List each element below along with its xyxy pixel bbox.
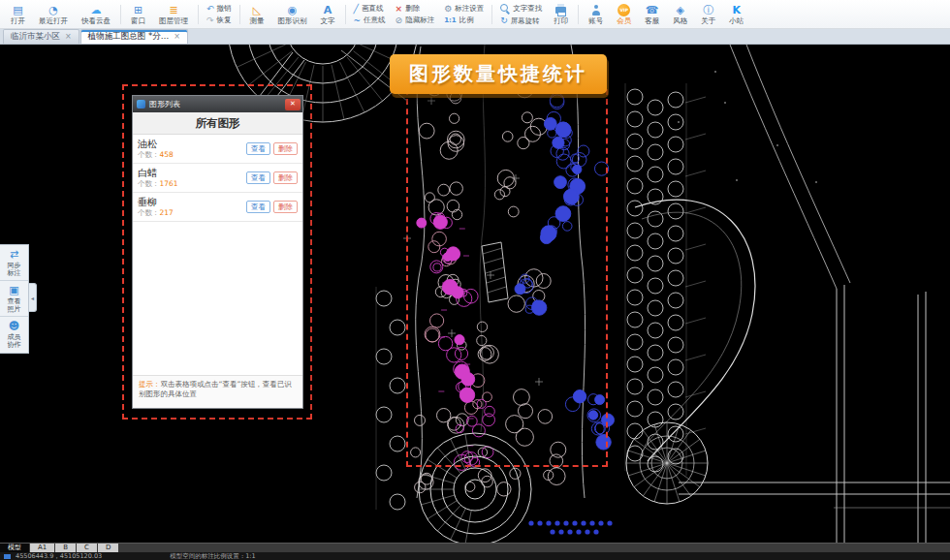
toolbar-item-about[interactable]: ⓘ关于 — [694, 1, 722, 28]
shape-count-label: 个数： — [138, 150, 160, 159]
shape-row[interactable]: 垂柳个数：217查看删除 — [133, 193, 302, 222]
toolbar-item-vip[interactable]: VIP会员 — [610, 1, 638, 28]
toolbar-icon-holder: ⓘ — [703, 4, 713, 16]
shape-count: 个数：217 — [138, 209, 246, 217]
toolbar-icon-holder: ≣ — [169, 4, 177, 16]
shape-row-info: 垂柳个数：217 — [138, 198, 246, 217]
shape-list-dialog: 图形列表 ✕ 所有图形 油松个数：458查看删除白蜡个数：1761查看删除垂柳个… — [132, 95, 303, 409]
document-tab[interactable]: 植物施工图总图 *分…× — [80, 29, 188, 44]
side-button-member-collaboration[interactable]: ☻成员协作 — [0, 317, 28, 353]
toolbar: ▤打开◔最近打开☁快看云盘⊞窗口≣图层管理↶撤销↷恢复◺测量◉图形识别A文字╱画… — [0, 0, 950, 29]
sheet-tab-B[interactable]: B — [55, 544, 76, 552]
toolbar-item-label: 快看云盘 — [81, 17, 111, 25]
hint-text: 双击表格项或点击“查看”按钮，查看已识别图形的具体位置 — [139, 380, 292, 398]
toolbar-item-style[interactable]: ◈风格 — [666, 1, 694, 28]
toolbar-separator — [198, 5, 199, 24]
side-button-label: 查看照片 — [7, 297, 22, 313]
toolbar-item-label: 最近打开 — [39, 17, 68, 25]
toolbar-item-cloud-drive[interactable]: ☁快看云盘 — [75, 1, 117, 28]
toolbar-item-hide-annotation[interactable]: ⊘隐藏标注 — [396, 16, 435, 25]
dialog-titlebar[interactable]: 图形列表 ✕ — [133, 96, 302, 112]
view-photo-icon: ▣ — [9, 285, 18, 296]
statusbar: 45506443.9，45105120.03 模型空间的标注比例设置：1:1 — [0, 552, 950, 560]
delete-button[interactable]: 删除 — [273, 201, 298, 213]
toolbar-item-annotation-settings[interactable]: ⚙标注设置 — [444, 5, 484, 14]
print-icon — [555, 7, 566, 14]
toolbar-item-layer-manager[interactable]: ≣图层管理 — [152, 1, 195, 28]
tab-close-icon[interactable]: × — [174, 33, 180, 41]
shape-count-label: 个数： — [138, 179, 160, 188]
toolbar-item-label: 打开 — [11, 17, 25, 25]
view-button[interactable]: 查看 — [246, 142, 270, 155]
toolbar-icon-holder: ☎ — [646, 4, 659, 16]
window-icon: ⊞ — [134, 5, 142, 16]
toolbar-item-delete[interactable]: ×删除 — [396, 5, 435, 14]
dialog-close-icon[interactable]: ✕ — [285, 99, 301, 110]
toolbar-icon-holder: A — [324, 4, 332, 16]
toolbar-item-text-search[interactable]: 文字查找 — [500, 4, 542, 14]
toolbar-item-free-line[interactable]: ~任意线 — [354, 16, 386, 25]
view-button[interactable]: 查看 — [246, 171, 270, 184]
toolbar-item-account[interactable]: 账号 — [582, 1, 610, 28]
toolbar-item-k-site[interactable]: K小站 — [722, 1, 750, 28]
layer-manager-icon: ≣ — [169, 5, 177, 16]
side-button-view-photo[interactable]: ▣查看照片 — [0, 281, 28, 317]
toolbar-item-text[interactable]: A文字 — [314, 1, 342, 28]
customer-service-icon: ☎ — [646, 5, 659, 16]
toolbar-item-label: 图形识别 — [278, 17, 307, 25]
toolbar-icon-holder: VIP — [618, 4, 630, 16]
toolbar-item-screen-rotate[interactable]: ↻屏幕旋转 — [500, 16, 542, 25]
hint-prefix: 提示： — [139, 380, 161, 389]
toolbar-item-label: 客服 — [645, 17, 659, 25]
undo-icon: ↶ — [206, 5, 214, 14]
toolbar-item-recent-open[interactable]: ◔最近打开 — [32, 1, 75, 28]
measure-icon: ◺ — [253, 5, 261, 16]
toolbar-item-shape-recognition[interactable]: ◉图形识别 — [271, 1, 314, 28]
toolbar-item-customer-service[interactable]: ☎客服 — [638, 1, 666, 28]
toolbar-item-measure[interactable]: ◺测量 — [243, 1, 271, 28]
shape-row[interactable]: 油松个数：458查看删除 — [133, 135, 302, 164]
dialog-section-header: 所有图形 — [133, 112, 302, 135]
document-tab-label: 植物施工图总图 *分… — [88, 31, 169, 43]
shape-name: 油松 — [138, 140, 246, 149]
account-icon — [591, 5, 601, 16]
sheet-tab-C[interactable]: C — [77, 544, 97, 552]
toolbar-item-label: 恢复 — [217, 16, 232, 24]
toolbar-item-scale[interactable]: 1:1比例 — [444, 16, 484, 25]
sheet-tab-D[interactable]: D — [98, 544, 118, 552]
sheet-tab-模型[interactable]: 模型 — [0, 544, 29, 552]
toolbar-separator — [491, 5, 492, 24]
side-button-sync-annotation[interactable]: ⇄同步标注 — [0, 245, 28, 281]
delete-button[interactable]: 删除 — [273, 171, 298, 184]
free-line-icon: ~ — [354, 16, 362, 25]
sheet-tab-A1[interactable]: A1 — [30, 544, 54, 552]
shape-row[interactable]: 白蜡个数：1761查看删除 — [133, 164, 302, 193]
toolbar-item-label: 风格 — [673, 17, 687, 25]
toolbar-item-redo[interactable]: ↷恢复 — [206, 16, 232, 25]
delete-icon: × — [396, 5, 403, 14]
cloud-drive-icon: ☁ — [91, 5, 102, 16]
toolbar-item-window[interactable]: ⊞窗口 — [124, 1, 152, 28]
view-button[interactable]: 查看 — [246, 201, 270, 213]
toolbar-item-open[interactable]: ▤打开 — [4, 1, 32, 28]
toolbar-stack: ×删除⊘隐藏标注 — [391, 1, 440, 28]
document-tab[interactable]: 临沂市某小区× — [3, 29, 79, 44]
toolbar-item-label: 窗口 — [131, 17, 145, 25]
toolbar-item-print[interactable]: 打印 — [547, 1, 575, 28]
toolbar-item-label: 文字查找 — [513, 5, 542, 13]
toolbar-item-label: 打印 — [554, 17, 568, 25]
tab-close-icon[interactable]: × — [65, 33, 72, 41]
document-tab-label: 临沂市某小区 — [11, 31, 60, 43]
screen-rotate-icon: ↻ — [500, 16, 508, 25]
side-toolbar-collapse-handle[interactable]: ◂ — [29, 283, 37, 312]
toolbar-icon-holder — [591, 4, 601, 16]
text-search-icon — [500, 4, 510, 14]
about-icon: ⓘ — [703, 5, 713, 16]
toolbar-item-label: 关于 — [701, 17, 715, 25]
toolbar-icon-holder: ◔ — [48, 4, 58, 16]
delete-button[interactable]: 删除 — [273, 142, 298, 155]
vip-icon: VIP — [618, 4, 630, 16]
toolbar-item-undo[interactable]: ↶撤销 — [206, 5, 232, 14]
toolbar-item-draw-line[interactable]: ╱画直线 — [354, 5, 386, 14]
toolbar-separator — [345, 5, 346, 24]
